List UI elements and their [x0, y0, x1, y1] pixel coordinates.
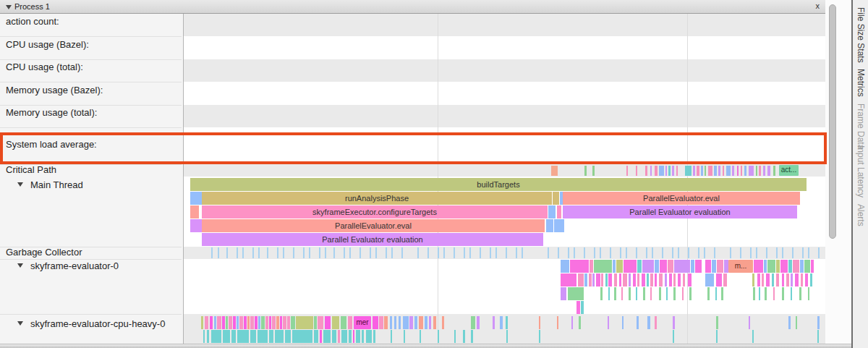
skyframe-evaluator-cpu-heavy-0-event[interactable] [332, 316, 339, 329]
skyframe-evaluator-0-event[interactable] [568, 287, 584, 300]
critical-path-event[interactable] [697, 166, 699, 176]
gc-event-tick[interactable] [464, 247, 465, 258]
tab-alerts[interactable]: Alerts [856, 204, 866, 226]
tab-input-latency[interactable]: Input Latency [856, 145, 866, 198]
skyframe-evaluator-0-event[interactable] [782, 273, 784, 287]
skyframe-evaluator-0-event[interactable] [754, 260, 763, 273]
flame-block[interactable]: Parallel Evaluator evaluation [563, 205, 797, 218]
gc-event-tick[interactable] [309, 247, 310, 258]
skyframe-evaluator-0-event[interactable] [659, 287, 661, 300]
skyframe-evaluator-0-event[interactable] [776, 273, 779, 287]
critical-path-event[interactable] [685, 166, 692, 176]
collapse-arrow-icon[interactable] [17, 263, 23, 268]
skyframe-evaluator-0-event[interactable] [619, 273, 621, 287]
skyframe-evaluator-0-event[interactable] [673, 273, 676, 287]
skyframe-evaluator-cpu-heavy-0-event[interactable] [579, 316, 581, 329]
vertical-scrollbar[interactable] [825, 0, 851, 344]
skyframe-evaluator-0-event[interactable]: m... [728, 260, 753, 273]
track-label-skyframe-evaluator-cpu-heavy-0[interactable]: skyframe-evaluator-cpu-heavy-0 [30, 319, 165, 329]
skyframe-evaluator-cpu-heavy-0-event[interactable] [203, 330, 205, 343]
collapse-arrow-icon[interactable] [17, 182, 23, 187]
skyframe-evaluator-cpu-heavy-0-event[interactable] [608, 316, 609, 329]
skyframe-evaluator-cpu-heavy-0-event[interactable] [493, 316, 495, 329]
skyframe-evaluator-cpu-heavy-0-event[interactable] [231, 330, 236, 343]
gc-event-tick[interactable] [375, 247, 377, 258]
gc-event-tick[interactable] [506, 247, 507, 258]
critical-path-event[interactable] [592, 166, 595, 176]
critical-path-event[interactable] [659, 166, 664, 176]
skyframe-evaluator-cpu-heavy-0-event[interactable] [210, 316, 213, 329]
skyframe-evaluator-cpu-heavy-0-event[interactable] [341, 316, 346, 329]
gc-event-tick[interactable] [818, 247, 820, 258]
skyframe-evaluator-0-event[interactable] [589, 273, 592, 287]
skyframe-evaluator-cpu-heavy-0-event[interactable] [285, 330, 291, 343]
skyframe-evaluator-cpu-heavy-0-event[interactable] [250, 330, 256, 343]
skyframe-evaluator-cpu-heavy-0-event[interactable] [557, 316, 558, 329]
skyframe-evaluator-0-event[interactable] [717, 260, 723, 273]
skyframe-evaluator-0-event[interactable] [621, 287, 623, 300]
skyframe-evaluator-0-event[interactable] [712, 260, 716, 273]
skyframe-evaluator-0-event[interactable] [752, 273, 754, 287]
skyframe-evaluator-cpu-heavy-0-event[interactable] [291, 316, 295, 329]
skyframe-evaluator-cpu-heavy-0-event[interactable] [258, 330, 268, 343]
gc-event-tick[interactable] [495, 247, 497, 258]
tab-metrics[interactable]: Metrics [856, 69, 866, 97]
skyframe-evaluator-0-event[interactable] [669, 273, 672, 287]
skyframe-evaluator-0-event[interactable] [791, 287, 792, 300]
skyframe-evaluator-cpu-heavy-0-event[interactable] [318, 316, 323, 329]
skyframe-evaluator-0-event[interactable] [637, 273, 639, 287]
flame-block[interactable] [554, 219, 564, 232]
gc-event-tick[interactable] [792, 247, 793, 258]
gc-event-tick[interactable] [636, 247, 637, 258]
process-header[interactable]: Process 1 x [0, 0, 825, 14]
skyframe-evaluator-cpu-heavy-0-event[interactable] [211, 330, 221, 343]
gc-event-tick[interactable] [344, 247, 345, 258]
skyframe-evaluator-cpu-heavy-0-event[interactable] [255, 316, 258, 329]
flame-block[interactable]: Parallel Evaluator evaluation [202, 233, 543, 246]
skyframe-evaluator-cpu-heavy-0-event[interactable] [233, 316, 236, 329]
skyframe-evaluator-0-event[interactable] [608, 287, 610, 300]
gc-event-tick[interactable] [333, 247, 335, 258]
critical-path-event[interactable] [732, 166, 734, 176]
skyframe-evaluator-0-event[interactable] [795, 273, 799, 287]
skyframe-evaluator-0-event[interactable] [650, 273, 653, 287]
gc-event-tick[interactable] [218, 247, 219, 258]
flame-block[interactable]: ParallelEvaluator.eval [563, 192, 800, 205]
skyframe-evaluator-cpu-heavy-0-event[interactable] [373, 316, 378, 329]
skyframe-evaluator-cpu-heavy-0-event[interactable] [420, 330, 421, 343]
skyframe-evaluator-cpu-heavy-0-event[interactable] [673, 330, 674, 343]
gc-event-tick[interactable] [574, 247, 575, 258]
gc-event-tick[interactable] [417, 247, 419, 258]
flame-block[interactable] [190, 192, 202, 205]
skyframe-evaluator-0-event[interactable] [561, 287, 566, 300]
skyframe-evaluator-0-event[interactable] [596, 273, 600, 287]
gc-event-tick[interactable] [226, 247, 228, 258]
skyframe-evaluator-0-event[interactable] [561, 273, 576, 287]
skyframe-evaluator-0-event[interactable] [801, 273, 803, 287]
skyframe-evaluator-0-event[interactable] [629, 287, 631, 300]
critical-path-badge[interactable]: act... [779, 165, 799, 176]
gc-event-tick[interactable] [438, 247, 439, 258]
gc-event-tick[interactable] [258, 247, 260, 258]
skyframe-evaluator-cpu-heavy-0-event[interactable] [471, 316, 475, 329]
skyframe-evaluator-0-event[interactable] [581, 301, 584, 314]
gc-event-tick[interactable] [782, 247, 783, 258]
skyframe-evaluator-0-event[interactable] [636, 287, 637, 300]
gc-event-tick[interactable] [594, 247, 595, 258]
skyframe-evaluator-cpu-heavy-0-event[interactable] [314, 330, 318, 343]
skyframe-evaluator-cpu-heavy-0-event[interactable] [394, 316, 396, 329]
skyframe-evaluator-cpu-heavy-0-event[interactable] [506, 316, 508, 329]
skyframe-evaluator-cpu-heavy-0-event[interactable] [287, 316, 290, 329]
skyframe-evaluator-cpu-heavy-0-event[interactable] [296, 316, 313, 329]
gc-event-tick[interactable] [584, 247, 585, 258]
critical-path-event[interactable] [665, 166, 667, 176]
skyframe-evaluator-0-event[interactable] [810, 273, 812, 287]
skyframe-evaluator-0-event[interactable] [776, 260, 780, 273]
skyframe-evaluator-cpu-heavy-0-event[interactable] [258, 316, 260, 329]
skyframe-evaluator-0-event[interactable] [764, 260, 767, 273]
gc-event-tick[interactable] [652, 247, 653, 258]
flame-block[interactable]: runAnalysisPhase [202, 192, 552, 205]
skyframe-evaluator-cpu-heavy-0-event[interactable] [571, 316, 573, 329]
skyframe-evaluator-cpu-heavy-0-event[interactable] [716, 316, 718, 329]
skyframe-evaluator-cpu-heavy-0-event[interactable] [433, 316, 436, 329]
